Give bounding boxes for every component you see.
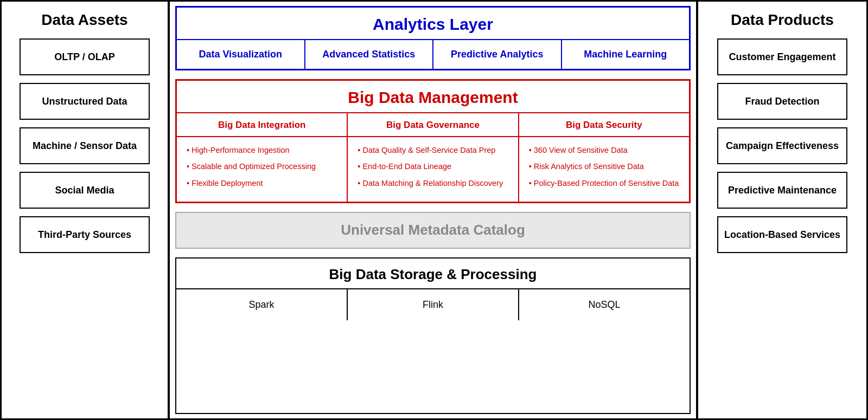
bdm-col-title: Big Data Integration: [177, 113, 347, 137]
bdm-col: Big Data Security360 View of Sensitive D…: [519, 113, 689, 202]
product-box: Customer Engagement: [717, 38, 847, 75]
bdm-bullet: Policy-Based Protection of Sensitive Dat…: [527, 178, 682, 189]
bdm-col-content: Data Quality & Self-Service Data PrepEnd…: [348, 137, 518, 202]
product-box: Campaign Effectiveness: [717, 127, 847, 164]
analytics-title: Analytics Layer: [177, 8, 689, 40]
bdm-col: Big Data IntegrationHigh-Performance Ing…: [177, 113, 348, 202]
analytics-item: Advanced Statistics: [305, 40, 434, 69]
bdm-col: Big Data GovernanceData Quality & Self-S…: [348, 113, 519, 202]
analytics-item: Predictive Analytics: [433, 40, 562, 69]
storage-item: Flink: [348, 289, 519, 320]
bdm-columns: Big Data IntegrationHigh-Performance Ing…: [177, 112, 689, 202]
bdm-bullet: Risk Analytics of Sensitive Data: [527, 161, 682, 172]
bdm-bullet: End-to-End Data Lineage: [355, 161, 511, 172]
asset-box: Social Media: [20, 172, 150, 209]
product-boxes-container: Customer EngagementFraud DetectionCampai…: [717, 38, 847, 261]
bdm-col-content: High-Performance IngestionScalable and O…: [177, 137, 347, 202]
data-assets-title: Data Assets: [10, 2, 159, 38]
storage-item: NoSQL: [519, 289, 690, 320]
bdm-section: Big Data Management Big Data Integration…: [175, 79, 691, 203]
bdm-bullet: Data Quality & Self-Service Data Prep: [355, 145, 511, 156]
bdm-col-title: Big Data Security: [519, 113, 689, 137]
metadata-section: Universal Metadata Catalog: [175, 212, 691, 249]
asset-boxes-container: OLTP / OLAPUnstructured DataMachine / Se…: [20, 38, 150, 261]
asset-box: Machine / Sensor Data: [20, 127, 150, 164]
metadata-title: Universal Metadata Catalog: [341, 213, 525, 247]
analytics-section: Analytics Layer Data VisualizationAdvanc…: [175, 6, 691, 70]
asset-box: Unstructured Data: [20, 83, 150, 120]
left-column: Data Assets OLTP / OLAPUnstructured Data…: [2, 2, 170, 418]
product-box: Predictive Maintenance: [717, 172, 847, 209]
bdm-title: Big Data Management: [177, 81, 689, 112]
analytics-items: Data VisualizationAdvanced StatisticsPre…: [177, 40, 689, 69]
bdm-bullet: Data Matching & Relationship Discovery: [355, 178, 511, 189]
bdm-col-title: Big Data Governance: [348, 113, 518, 137]
storage-item: Spark: [176, 289, 348, 320]
asset-box: OLTP / OLAP: [20, 38, 150, 75]
product-box: Fraud Detection: [717, 83, 847, 120]
main-wrapper: Data Assets OLTP / OLAPUnstructured Data…: [0, 0, 868, 420]
bdm-bullet: Flexible Deployment: [184, 178, 340, 189]
bdm-col-content: 360 View of Sensitive DataRisk Analytics…: [519, 137, 689, 202]
bdm-bullet: Scalable and Optimized Processing: [184, 161, 340, 172]
storage-title: Big Data Storage & Processing: [176, 259, 690, 289]
asset-box: Third-Party Sources: [20, 216, 150, 253]
storage-items: SparkFlinkNoSQL: [176, 289, 690, 320]
storage-section: Big Data Storage & Processing SparkFlink…: [175, 257, 691, 414]
data-products-title: Data Products: [706, 2, 858, 38]
center-column: Analytics Layer Data VisualizationAdvanc…: [170, 2, 698, 418]
product-box: Location-Based Services: [717, 216, 847, 253]
analytics-item: Machine Learning: [562, 40, 690, 69]
bdm-bullet: High-Performance Ingestion: [184, 145, 340, 156]
analytics-item: Data Visualization: [177, 40, 305, 69]
bdm-bullet: 360 View of Sensitive Data: [527, 145, 682, 156]
right-column: Data Products Customer EngagementFraud D…: [698, 2, 866, 418]
